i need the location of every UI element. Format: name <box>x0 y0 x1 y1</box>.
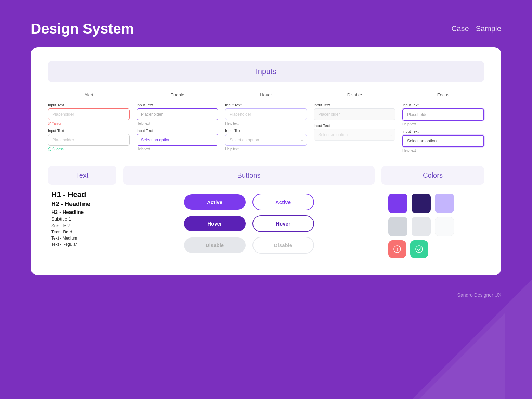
enable-text-group: Input Text Help text <box>137 103 218 125</box>
color-icons-row: ! <box>388 240 477 258</box>
focus-text-input[interactable] <box>402 108 484 121</box>
enable-select[interactable]: Select an option <box>137 134 218 146</box>
color-swatch-gray-light <box>388 217 407 236</box>
alert-select-label: Input Text <box>48 129 130 133</box>
input-column-enable: Enable Input Text Help text Input Text S… <box>137 92 218 152</box>
alert-error-text: ! *Error <box>48 121 130 125</box>
text-h2: H2 - Headline <box>51 201 113 208</box>
alert-text-group: Input Text ! *Error <box>48 103 130 125</box>
disable-select-wrapper: Select an option ⌄ <box>314 129 395 141</box>
disable-select-group: Input Text Select an option ⌄ <box>314 124 395 141</box>
hover-help-text-1: Help text <box>225 121 307 125</box>
hover-text-input[interactable] <box>225 108 307 120</box>
column-title-hover: Hover <box>225 92 307 98</box>
color-swatch-gray-lighter <box>412 217 431 236</box>
input-column-hover: Hover Input Text Help text Input Text Se… <box>225 92 307 152</box>
text-h1: H1 - Head <box>51 190 113 199</box>
column-title-alert: Alert <box>48 92 130 98</box>
alert-select-input[interactable] <box>48 134 130 146</box>
buttons-row-disable: Disable Disable <box>133 237 364 254</box>
alert-select-group: Input Text ✓ Sucess <box>48 129 130 151</box>
text-header-text: Text <box>76 171 89 179</box>
alert-color-icon: ! <box>388 240 406 258</box>
buttons-header-text: Buttons <box>237 171 261 179</box>
enable-text-label: Input Text <box>137 103 218 107</box>
focus-text-label: Input Text <box>402 103 484 107</box>
text-section: Text H1 - Head H2 - Headline H3 - Headli… <box>48 166 116 248</box>
disable-text-group: Input Text <box>314 103 395 120</box>
text-bold: Text - Bold <box>51 230 113 234</box>
svg-text:!: ! <box>397 247 398 252</box>
enable-select-wrapper: Select an option ⌄ <box>137 134 218 146</box>
focus-select[interactable]: Select an option <box>402 135 484 147</box>
text-content: H1 - Head H2 - Headline H3 - Headline Su… <box>48 190 116 247</box>
column-title-enable: Enable <box>137 92 218 98</box>
inputs-grid: Alert Input Text ! *Error Input Text ✓ S… <box>48 92 484 152</box>
hover-help-text-2: Help text <box>225 147 307 151</box>
button-outlined-active[interactable]: Active <box>252 194 314 210</box>
button-filled-disable: Disable <box>184 237 246 253</box>
buttons-row-active: Active Active <box>133 194 364 210</box>
button-filled-hover[interactable]: Hover <box>184 216 246 231</box>
text-section-header: Text <box>48 166 116 185</box>
input-column-disable: Disable Input Text Input Text Select an … <box>314 92 395 152</box>
text-sub1: Subtitle 1 <box>51 216 113 222</box>
focus-select-wrapper: Select an option ⌄ <box>402 135 484 147</box>
disable-text-label: Input Text <box>314 103 395 107</box>
disable-select-label: Input Text <box>314 124 395 128</box>
focus-help-text-1: Help text <box>402 122 484 126</box>
focus-help-text-2: Help text <box>402 149 484 152</box>
colors-header-text: Colors <box>423 171 443 179</box>
enable-select-group: Input Text Select an option ⌄ Help text <box>137 129 218 151</box>
svg-text:✓: ✓ <box>49 148 51 151</box>
focus-text-group: Input Text Help text <box>402 103 484 126</box>
colors-grid-row1 <box>388 194 477 213</box>
button-outlined-hover[interactable]: Hover <box>252 215 314 232</box>
enable-help-text-2: Help text <box>137 147 218 151</box>
svg-text:!: ! <box>49 123 50 125</box>
hover-select-label: Input Text <box>225 129 307 133</box>
page-title: Design System <box>31 21 134 37</box>
color-swatch-purple-darker <box>412 194 431 213</box>
button-filled-active[interactable]: Active <box>184 194 246 210</box>
hover-text-group: Input Text Help text <box>225 103 307 125</box>
inputs-header-text: Inputs <box>256 67 276 76</box>
alert-success-text: ✓ Sucess <box>48 147 130 151</box>
hover-select-wrapper: Select an option ⌄ <box>225 134 307 146</box>
buttons-section-header: Buttons <box>123 166 375 185</box>
hover-select[interactable]: Select an option <box>225 134 307 146</box>
colors-section: Colors ! <box>381 166 484 261</box>
main-card: Inputs Alert Input Text ! *Error Input T… <box>31 47 501 275</box>
colors-section-header: Colors <box>381 166 484 185</box>
text-regular: Text - Regular <box>51 242 113 247</box>
success-color-icon <box>410 240 428 258</box>
column-title-disable: Disable <box>314 92 395 98</box>
hover-select-group: Input Text Select an option ⌄ Help text <box>225 129 307 151</box>
svg-point-6 <box>416 246 423 253</box>
hover-text-label: Input Text <box>225 103 307 107</box>
buttons-section: Buttons Active Active Hover Hover Disabl… <box>123 166 375 257</box>
input-column-focus: Focus Input Text Help text Input Text Se… <box>402 92 484 152</box>
success-icon: ✓ <box>48 147 51 151</box>
disable-select: Select an option <box>314 129 395 141</box>
color-swatch-purple-light <box>435 194 454 213</box>
success-icon-large <box>415 245 423 253</box>
input-column-alert: Alert Input Text ! *Error Input Text ✓ S… <box>48 92 130 152</box>
focus-select-label: Input Text <box>402 129 484 133</box>
alert-text-input[interactable] <box>48 108 130 120</box>
page-subtitle: Case - Sample <box>451 24 501 33</box>
inputs-section-header: Inputs <box>48 61 484 82</box>
alert-icon: ! <box>393 245 401 253</box>
lower-grid: Text H1 - Head H2 - Headline H3 - Headli… <box>48 166 484 261</box>
enable-text-input[interactable] <box>137 108 218 120</box>
buttons-row-hover: Hover Hover <box>133 215 364 232</box>
alert-text-label: Input Text <box>48 103 130 107</box>
error-icon: ! <box>48 122 51 125</box>
enable-help-text-1: Help text <box>137 121 218 125</box>
column-title-focus: Focus <box>402 92 484 98</box>
focus-select-group: Input Text Select an option ⌄ Help text <box>402 129 484 152</box>
button-outlined-disable: Disable <box>252 237 314 254</box>
page-header: Design System Case - Sample <box>0 0 532 47</box>
text-medium: Text - Medium <box>51 236 113 241</box>
text-h3: H3 - Headline <box>51 209 113 215</box>
